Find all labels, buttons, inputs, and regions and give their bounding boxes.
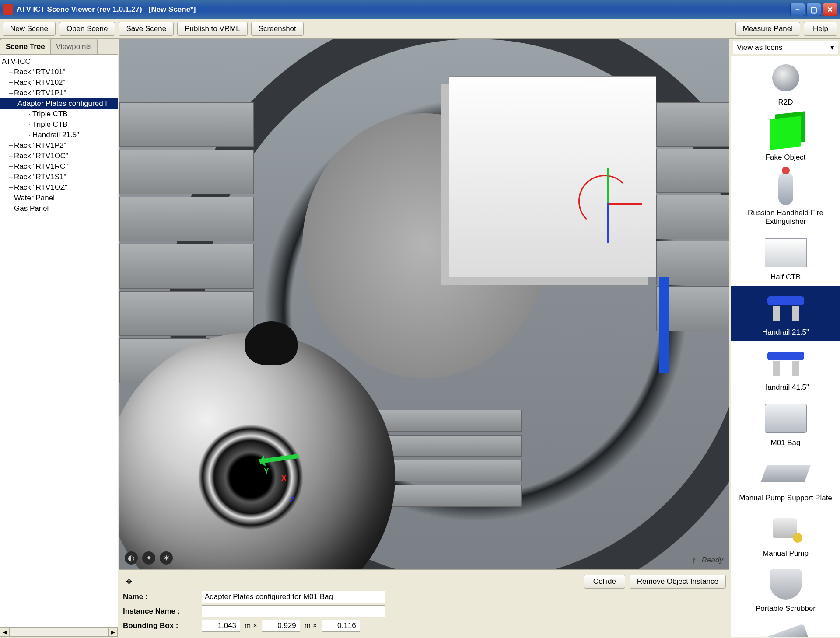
gun-icon: [762, 624, 809, 637]
palette-item-handrail-21[interactable]: Handrail 21.5": [731, 286, 840, 341]
palette-item-label: Russian Handheld Fire Extinguisher: [734, 209, 837, 227]
tree-item[interactable]: +Rack "RTV102": [0, 77, 118, 88]
palette-item-label: Fake Object: [766, 153, 806, 162]
palette-item-r2d[interactable]: R2D: [731, 56, 840, 111]
window-title: ATV ICT Scene Viewer (rev 1.0.1.27) - [N…: [17, 5, 196, 14]
viewport-tool-2-icon[interactable]: ✦: [142, 551, 155, 565]
axis-y-label: Y: [264, 467, 269, 475]
palette-item-scrubber[interactable]: Portable Scrubber: [731, 562, 840, 617]
name-label: Name :: [123, 593, 197, 601]
palette-item-fake-object[interactable]: Fake Object: [731, 111, 840, 166]
tree-item[interactable]: +Rack "RTV101": [0, 67, 118, 77]
bbox-z-field[interactable]: 0.116: [322, 620, 360, 632]
scrubber-icon: [770, 569, 802, 600]
object-palette-panel: View as Icons ▾ R2D Fake Object Russian …: [731, 39, 840, 637]
pump-icon: [768, 514, 803, 544]
tree-item[interactable]: +Rack "RTV1P2": [0, 140, 118, 151]
palette-item-label: R2D: [778, 98, 793, 107]
palette-item-manual-pump[interactable]: Manual Pump: [731, 507, 840, 562]
palette-item-label: Manual Pump: [763, 549, 808, 558]
extinguisher-icon: [778, 172, 793, 205]
remove-object-button[interactable]: Remove Object Instance: [630, 575, 726, 589]
tree-item[interactable]: ·Gas Panel: [0, 203, 118, 214]
palette-item-half-ctb[interactable]: Half CTB: [731, 231, 840, 286]
cube-icon: [770, 116, 801, 150]
viewport-status: Ready: [702, 556, 723, 565]
collide-button[interactable]: Collide: [584, 575, 625, 589]
tree-root[interactable]: ATV-ICC: [0, 56, 118, 67]
viewport-tool-3-icon[interactable]: ✶: [160, 551, 173, 565]
ctb-icon: [765, 238, 807, 267]
palette-item-label: Half CTB: [770, 273, 801, 282]
palette-item-label: Manual Pump Support Plate: [739, 494, 832, 502]
bbox-unit-2: m ×: [304, 621, 317, 630]
palette-view-mode-label: View as Icons: [737, 43, 783, 52]
palette-item-handrail-41[interactable]: Handrail 41.5": [731, 341, 840, 396]
tree-item[interactable]: –Rack "RTV1P1": [0, 88, 118, 98]
3d-viewport[interactable]: Y X Z ◐ ✦ ✶ Ready: [119, 39, 729, 569]
left-panel: Scene Tree Viewpoints ATV-ICC +Rack "RTV…: [0, 39, 118, 637]
bbox-x-field[interactable]: 1.043: [202, 620, 240, 632]
maximize-button[interactable]: ▢: [806, 3, 821, 16]
palette-item-label: M01 Bag: [770, 439, 800, 447]
tree-item[interactable]: +Rack "RTV1OC": [0, 151, 118, 161]
move-tool-icon[interactable]: ✥: [123, 575, 135, 588]
tree-item-selected[interactable]: Adapter Plates configured f: [0, 98, 118, 109]
bag-icon: [765, 404, 807, 433]
save-scene-button[interactable]: Save Scene: [119, 22, 174, 36]
bbox-unit-1: m ×: [245, 621, 257, 630]
pin-icon[interactable]: [690, 557, 698, 565]
close-button[interactable]: ✕: [822, 3, 837, 16]
transform-gizmo[interactable]: [570, 166, 644, 241]
tree-item[interactable]: +Rack "RTV1OZ": [0, 182, 118, 193]
handrail-object: [659, 277, 668, 373]
palette-item-label: Portable Scrubber: [756, 604, 816, 613]
tab-viewpoints[interactable]: Viewpoints: [50, 39, 98, 54]
help-button[interactable]: Help: [804, 22, 837, 36]
new-scene-button[interactable]: New Scene: [3, 22, 56, 36]
plate-icon: [761, 465, 811, 482]
axis-x-label: X: [281, 474, 286, 483]
palette-item-label: Handrail 41.5": [762, 383, 809, 392]
app-icon: [3, 4, 13, 15]
window-titlebar: ATV ICT Scene Viewer (rev 1.0.1.27) - [N…: [0, 0, 840, 19]
scroll-left-icon[interactable]: ◂: [0, 628, 10, 637]
open-scene-button[interactable]: Open Scene: [59, 22, 116, 36]
viewport-tool-1-icon[interactable]: ◐: [125, 551, 138, 565]
measure-panel-button[interactable]: Measure Panel: [735, 22, 800, 36]
palette-item-fire-extinguisher[interactable]: Russian Handheld Fire Extinguisher: [731, 167, 840, 231]
tree-item[interactable]: +Rack "RTV1RC": [0, 161, 118, 172]
tree-item[interactable]: ·Handrail 21.5": [0, 130, 118, 140]
tree-horizontal-scrollbar[interactable]: ◂ ▸: [0, 627, 118, 637]
palette-item-ratchet-gun[interactable]: Ratchet Gun: [731, 617, 840, 637]
tab-scene-tree[interactable]: Scene Tree: [0, 39, 51, 54]
name-field[interactable]: Adapter Plates configured for M01 Bag: [202, 591, 385, 603]
tree-item[interactable]: ·Triple CTB: [0, 109, 118, 119]
instance-name-field[interactable]: [202, 605, 385, 617]
axis-z-label: Z: [290, 496, 294, 505]
palette-item-m01-bag[interactable]: M01 Bag: [731, 397, 840, 452]
chevron-down-icon: ▾: [830, 43, 834, 52]
tree-item[interactable]: ·Triple CTB: [0, 119, 118, 130]
instance-name-label: Instance Name :: [123, 607, 197, 616]
r2d-icon: [772, 64, 799, 91]
scene-tree[interactable]: ATV-ICC +Rack "RTV101" +Rack "RTV102" –R…: [0, 55, 118, 627]
handrail-icon: [765, 295, 807, 321]
handrail-icon: [765, 350, 807, 376]
bbox-y-field[interactable]: 0.929: [262, 620, 300, 632]
object-palette[interactable]: R2D Fake Object Russian Handheld Fire Ex…: [731, 56, 840, 637]
minimize-button[interactable]: –: [790, 3, 805, 16]
palette-item-pump-plate[interactable]: Manual Pump Support Plate: [731, 452, 840, 507]
tree-item[interactable]: +Rack "RTV1S1": [0, 172, 118, 182]
orientation-axes: Y X Z: [264, 461, 269, 477]
palette-view-mode-dropdown[interactable]: View as Icons ▾: [733, 41, 838, 54]
screenshot-button[interactable]: Screenshot: [251, 22, 304, 36]
scroll-right-icon[interactable]: ▸: [108, 628, 118, 637]
bounding-box-label: Bounding Box :: [123, 621, 197, 630]
publish-vrml-button[interactable]: Publish to VRML: [177, 22, 248, 36]
palette-item-label: Handrail 21.5": [762, 328, 809, 337]
tree-item[interactable]: ·Water Panel: [0, 193, 118, 203]
main-toolbar: New Scene Open Scene Save Scene Publish …: [0, 19, 840, 39]
properties-panel: ✥ Collide Remove Object Instance Name : …: [119, 569, 729, 637]
